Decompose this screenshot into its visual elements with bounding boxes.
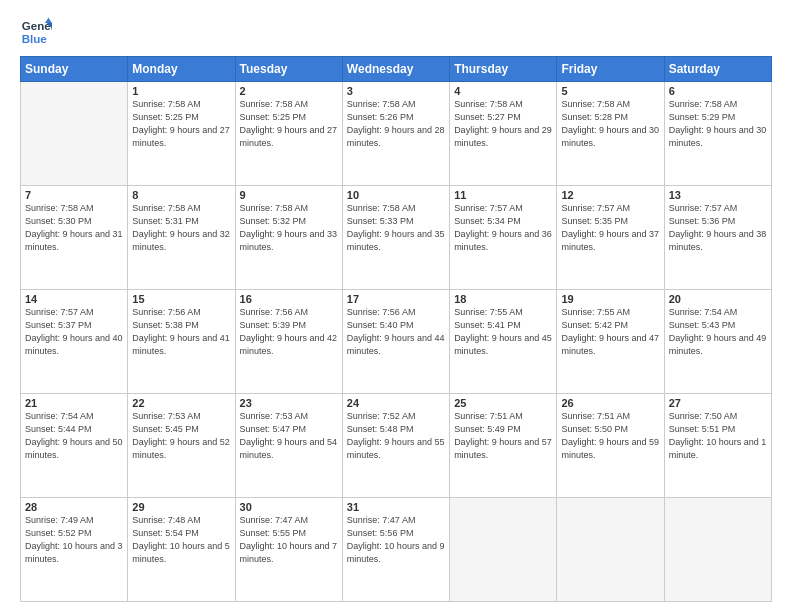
day-info: Sunrise: 7:58 AM Sunset: 5:30 PM Dayligh… xyxy=(25,202,123,254)
day-number: 29 xyxy=(132,501,230,513)
day-info: Sunrise: 7:58 AM Sunset: 5:25 PM Dayligh… xyxy=(240,98,338,150)
calendar-cell: 7Sunrise: 7:58 AM Sunset: 5:30 PM Daylig… xyxy=(21,186,128,290)
day-info: Sunrise: 7:54 AM Sunset: 5:44 PM Dayligh… xyxy=(25,410,123,462)
calendar-cell: 15Sunrise: 7:56 AM Sunset: 5:38 PM Dayli… xyxy=(128,290,235,394)
calendar-cell: 13Sunrise: 7:57 AM Sunset: 5:36 PM Dayli… xyxy=(664,186,771,290)
day-info: Sunrise: 7:58 AM Sunset: 5:25 PM Dayligh… xyxy=(132,98,230,150)
weekday-header: Monday xyxy=(128,57,235,82)
day-info: Sunrise: 7:52 AM Sunset: 5:48 PM Dayligh… xyxy=(347,410,445,462)
calendar-cell: 16Sunrise: 7:56 AM Sunset: 5:39 PM Dayli… xyxy=(235,290,342,394)
day-info: Sunrise: 7:53 AM Sunset: 5:45 PM Dayligh… xyxy=(132,410,230,462)
day-number: 16 xyxy=(240,293,338,305)
weekday-header: Friday xyxy=(557,57,664,82)
week-row: 14Sunrise: 7:57 AM Sunset: 5:37 PM Dayli… xyxy=(21,290,772,394)
calendar-cell: 19Sunrise: 7:55 AM Sunset: 5:42 PM Dayli… xyxy=(557,290,664,394)
calendar-cell: 30Sunrise: 7:47 AM Sunset: 5:55 PM Dayli… xyxy=(235,498,342,602)
day-number: 9 xyxy=(240,189,338,201)
day-info: Sunrise: 7:47 AM Sunset: 5:56 PM Dayligh… xyxy=(347,514,445,566)
calendar-cell xyxy=(450,498,557,602)
day-info: Sunrise: 7:50 AM Sunset: 5:51 PM Dayligh… xyxy=(669,410,767,462)
day-info: Sunrise: 7:58 AM Sunset: 5:28 PM Dayligh… xyxy=(561,98,659,150)
day-number: 22 xyxy=(132,397,230,409)
day-info: Sunrise: 7:55 AM Sunset: 5:41 PM Dayligh… xyxy=(454,306,552,358)
calendar-cell: 17Sunrise: 7:56 AM Sunset: 5:40 PM Dayli… xyxy=(342,290,449,394)
week-row: 7Sunrise: 7:58 AM Sunset: 5:30 PM Daylig… xyxy=(21,186,772,290)
logo: General Blue xyxy=(20,16,52,48)
day-info: Sunrise: 7:58 AM Sunset: 5:27 PM Dayligh… xyxy=(454,98,552,150)
calendar-cell: 11Sunrise: 7:57 AM Sunset: 5:34 PM Dayli… xyxy=(450,186,557,290)
calendar-cell: 25Sunrise: 7:51 AM Sunset: 5:49 PM Dayli… xyxy=(450,394,557,498)
day-info: Sunrise: 7:57 AM Sunset: 5:35 PM Dayligh… xyxy=(561,202,659,254)
day-info: Sunrise: 7:57 AM Sunset: 5:36 PM Dayligh… xyxy=(669,202,767,254)
calendar-cell xyxy=(664,498,771,602)
day-info: Sunrise: 7:47 AM Sunset: 5:55 PM Dayligh… xyxy=(240,514,338,566)
calendar-cell: 1Sunrise: 7:58 AM Sunset: 5:25 PM Daylig… xyxy=(128,82,235,186)
calendar-cell xyxy=(21,82,128,186)
calendar-cell: 2Sunrise: 7:58 AM Sunset: 5:25 PM Daylig… xyxy=(235,82,342,186)
calendar-cell: 5Sunrise: 7:58 AM Sunset: 5:28 PM Daylig… xyxy=(557,82,664,186)
calendar-cell xyxy=(557,498,664,602)
day-number: 23 xyxy=(240,397,338,409)
day-number: 7 xyxy=(25,189,123,201)
day-info: Sunrise: 7:49 AM Sunset: 5:52 PM Dayligh… xyxy=(25,514,123,566)
weekday-header: Wednesday xyxy=(342,57,449,82)
day-number: 13 xyxy=(669,189,767,201)
day-number: 19 xyxy=(561,293,659,305)
day-number: 8 xyxy=(132,189,230,201)
day-number: 12 xyxy=(561,189,659,201)
calendar-cell: 10Sunrise: 7:58 AM Sunset: 5:33 PM Dayli… xyxy=(342,186,449,290)
day-info: Sunrise: 7:57 AM Sunset: 5:37 PM Dayligh… xyxy=(25,306,123,358)
day-number: 26 xyxy=(561,397,659,409)
calendar-cell: 31Sunrise: 7:47 AM Sunset: 5:56 PM Dayli… xyxy=(342,498,449,602)
calendar-cell: 24Sunrise: 7:52 AM Sunset: 5:48 PM Dayli… xyxy=(342,394,449,498)
day-info: Sunrise: 7:58 AM Sunset: 5:26 PM Dayligh… xyxy=(347,98,445,150)
week-row: 28Sunrise: 7:49 AM Sunset: 5:52 PM Dayli… xyxy=(21,498,772,602)
calendar-cell: 22Sunrise: 7:53 AM Sunset: 5:45 PM Dayli… xyxy=(128,394,235,498)
calendar-cell: 23Sunrise: 7:53 AM Sunset: 5:47 PM Dayli… xyxy=(235,394,342,498)
day-info: Sunrise: 7:58 AM Sunset: 5:32 PM Dayligh… xyxy=(240,202,338,254)
calendar-cell: 8Sunrise: 7:58 AM Sunset: 5:31 PM Daylig… xyxy=(128,186,235,290)
weekday-header-row: SundayMondayTuesdayWednesdayThursdayFrid… xyxy=(21,57,772,82)
calendar-cell: 14Sunrise: 7:57 AM Sunset: 5:37 PM Dayli… xyxy=(21,290,128,394)
weekday-header: Saturday xyxy=(664,57,771,82)
day-info: Sunrise: 7:58 AM Sunset: 5:29 PM Dayligh… xyxy=(669,98,767,150)
day-info: Sunrise: 7:55 AM Sunset: 5:42 PM Dayligh… xyxy=(561,306,659,358)
day-info: Sunrise: 7:54 AM Sunset: 5:43 PM Dayligh… xyxy=(669,306,767,358)
calendar-cell: 9Sunrise: 7:58 AM Sunset: 5:32 PM Daylig… xyxy=(235,186,342,290)
day-number: 5 xyxy=(561,85,659,97)
calendar-cell: 12Sunrise: 7:57 AM Sunset: 5:35 PM Dayli… xyxy=(557,186,664,290)
weekday-header: Thursday xyxy=(450,57,557,82)
day-number: 15 xyxy=(132,293,230,305)
day-info: Sunrise: 7:48 AM Sunset: 5:54 PM Dayligh… xyxy=(132,514,230,566)
day-info: Sunrise: 7:53 AM Sunset: 5:47 PM Dayligh… xyxy=(240,410,338,462)
calendar-cell: 18Sunrise: 7:55 AM Sunset: 5:41 PM Dayli… xyxy=(450,290,557,394)
day-number: 30 xyxy=(240,501,338,513)
day-number: 17 xyxy=(347,293,445,305)
calendar-cell: 29Sunrise: 7:48 AM Sunset: 5:54 PM Dayli… xyxy=(128,498,235,602)
day-number: 1 xyxy=(132,85,230,97)
day-number: 14 xyxy=(25,293,123,305)
day-info: Sunrise: 7:58 AM Sunset: 5:31 PM Dayligh… xyxy=(132,202,230,254)
day-number: 2 xyxy=(240,85,338,97)
day-info: Sunrise: 7:56 AM Sunset: 5:39 PM Dayligh… xyxy=(240,306,338,358)
day-info: Sunrise: 7:57 AM Sunset: 5:34 PM Dayligh… xyxy=(454,202,552,254)
logo-icon: General Blue xyxy=(20,16,52,48)
calendar-page: General Blue SundayMondayTuesdayWednesda… xyxy=(0,0,792,612)
day-number: 20 xyxy=(669,293,767,305)
day-number: 3 xyxy=(347,85,445,97)
day-number: 11 xyxy=(454,189,552,201)
day-number: 4 xyxy=(454,85,552,97)
day-info: Sunrise: 7:58 AM Sunset: 5:33 PM Dayligh… xyxy=(347,202,445,254)
day-number: 25 xyxy=(454,397,552,409)
week-row: 1Sunrise: 7:58 AM Sunset: 5:25 PM Daylig… xyxy=(21,82,772,186)
day-number: 18 xyxy=(454,293,552,305)
day-info: Sunrise: 7:51 AM Sunset: 5:49 PM Dayligh… xyxy=(454,410,552,462)
day-number: 6 xyxy=(669,85,767,97)
day-number: 31 xyxy=(347,501,445,513)
day-info: Sunrise: 7:56 AM Sunset: 5:38 PM Dayligh… xyxy=(132,306,230,358)
calendar-cell: 20Sunrise: 7:54 AM Sunset: 5:43 PM Dayli… xyxy=(664,290,771,394)
calendar-cell: 6Sunrise: 7:58 AM Sunset: 5:29 PM Daylig… xyxy=(664,82,771,186)
day-number: 28 xyxy=(25,501,123,513)
calendar-cell: 26Sunrise: 7:51 AM Sunset: 5:50 PM Dayli… xyxy=(557,394,664,498)
calendar-table: SundayMondayTuesdayWednesdayThursdayFrid… xyxy=(20,56,772,602)
